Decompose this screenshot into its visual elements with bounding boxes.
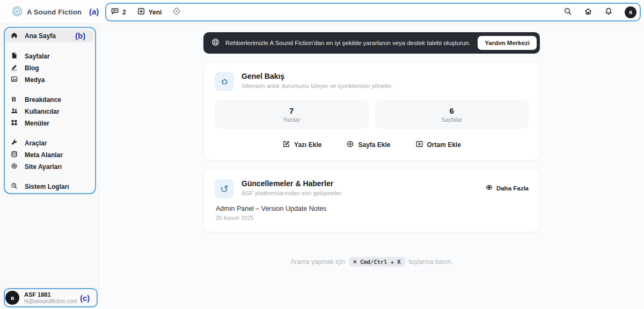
- topbar: A Sound Fiction 2 Ye: [0, 0, 644, 24]
- pencil-icon: [11, 64, 18, 72]
- sidebar-item-label: Medya: [25, 76, 45, 84]
- sidebar-item-label: Site Ayarları: [25, 163, 62, 171]
- keyboard-shortcut-badge: ⌘ Cmd/Ctrl + K: [349, 257, 405, 267]
- sidebar-item-label: Kullanıcılar: [25, 108, 60, 115]
- sidebar-item-label: Meta Alanlar: [25, 151, 63, 159]
- sidebar-item-label: Sayfalar: [25, 53, 50, 60]
- lifebuoy-icon: [211, 38, 220, 49]
- sidebar-item-breakdance[interactable]: B Breakdance: [0, 94, 99, 106]
- stat-posts-label: Yazılar: [283, 116, 300, 123]
- users-icon: [11, 107, 18, 116]
- search-hint-prefix: Arama yapmak için: [290, 258, 345, 266]
- comment-icon: [111, 7, 119, 18]
- overview-card: Genel Bakış Sitenizin anlık durumunu izl…: [203, 62, 540, 161]
- help-banner: Rehberlerimizle A Sound Fiction'dan en i…: [203, 32, 540, 54]
- add-media-button[interactable]: Ortam Ekle: [415, 140, 461, 150]
- logs-icon: [11, 182, 18, 191]
- add-post-label: Yazı Ekle: [294, 141, 321, 149]
- refresh-icon: ↺: [215, 179, 234, 198]
- update-title: Admin Panel – Version Update Notes: [216, 205, 529, 212]
- image-plus-icon: [415, 140, 423, 150]
- new-content-button[interactable]: Yeni: [137, 7, 162, 18]
- updates-subtitle: ASF platformlarından son gelişmeler.: [241, 190, 343, 196]
- updates-card: ↺ Güncellemeler & Haberler ASF platforml…: [203, 169, 540, 232]
- new-content-label: Yeni: [149, 9, 162, 16]
- grid-icon: [11, 119, 18, 128]
- sidebar-item-sayfalar[interactable]: Sayfalar: [0, 50, 99, 62]
- plus-circle-icon: [346, 140, 354, 150]
- breakdance-icon: B: [11, 95, 18, 104]
- update-date: 26 Kasım 2025: [216, 215, 529, 221]
- user-email: hi@asoundfiction.com: [24, 298, 77, 304]
- overview-subtitle: Sitenizin anlık durumunu izleyin ve içer…: [241, 83, 393, 89]
- notifications-bell-icon[interactable]: [604, 7, 613, 18]
- help-banner-text: Rehberlerimizle A Sound Fiction'dan en i…: [225, 40, 472, 46]
- main-area: Rehberlerimizle A Sound Fiction'dan en i…: [99, 24, 644, 309]
- help-center-button[interactable]: Yardım Merkezi: [478, 36, 537, 50]
- sidebar-item-label: Blog: [25, 64, 39, 72]
- topbar-tools-left: 2 Yeni: [111, 0, 181, 24]
- sidebar-item-label: Araçlar: [25, 139, 47, 147]
- sidebar-item-sistem-loglari[interactable]: Sistem Logları: [0, 181, 99, 193]
- user-avatar[interactable]: a: [625, 6, 636, 18]
- wrench-icon: [11, 139, 18, 148]
- sidebar-item-blog[interactable]: Blog: [0, 62, 99, 74]
- user-avatar: a: [5, 291, 19, 305]
- stat-pages[interactable]: 6 Sayfalar: [375, 100, 529, 129]
- stat-pages-value: 6: [450, 106, 454, 115]
- sidebar-item-meta-alanlar[interactable]: Meta Alanlar: [0, 149, 99, 161]
- stat-posts[interactable]: 7 Yazılar: [215, 100, 369, 129]
- sidebar-item-ana-sayfa[interactable]: Ana Sayfa: [5, 30, 93, 42]
- gear-icon: [11, 163, 18, 171]
- brand-logo-icon: [12, 6, 23, 19]
- stat-posts-value: 7: [289, 106, 294, 115]
- comments-count: 2: [122, 9, 126, 16]
- new-page-icon: [137, 7, 145, 18]
- breakdance-diamond-icon: [172, 7, 181, 18]
- overview-title: Genel Bakış: [241, 72, 393, 80]
- home-icon: [11, 32, 18, 40]
- sidebar-item-kullanicilar[interactable]: Kullanıcılar: [0, 106, 99, 117]
- sidebar-item-araclar[interactable]: Araçlar: [0, 137, 99, 149]
- meta-fields-icon: [11, 151, 18, 159]
- brand-name: A Sound Fiction: [27, 8, 82, 16]
- breakdance-builder-button[interactable]: [172, 7, 181, 18]
- add-page-label: Sayfa Ekle: [358, 141, 390, 149]
- sidebar-item-medya[interactable]: Medya: [0, 74, 99, 86]
- image-icon: [11, 76, 18, 84]
- updates-title: Güncellemeler & Haberler: [241, 179, 343, 188]
- add-post-button[interactable]: Yazı Ekle: [282, 140, 321, 150]
- stat-pages-label: Sayfalar: [441, 116, 462, 123]
- overview-actions: Yazı Ekle Sayfa Ekle: [215, 140, 529, 150]
- svg-text:B: B: [12, 96, 16, 102]
- sidebar-item-label: Ana Sayfa: [25, 32, 56, 40]
- sidebar-item-label: Sistem Logları: [25, 183, 69, 190]
- overview-stats: 7 Yazılar 6 Sayfalar: [215, 100, 529, 129]
- more-updates-button[interactable]: Daha Fazla: [485, 183, 529, 193]
- sidebar-item-label: Breakdance: [25, 96, 61, 104]
- home-icon[interactable]: [584, 7, 592, 18]
- add-page-button[interactable]: Sayfa Ekle: [346, 140, 390, 150]
- update-list-item[interactable]: Admin Panel – Version Update Notes 26 Ka…: [215, 205, 529, 221]
- sidebar: Ana Sayfa Sayfalar Blog Medya: [0, 24, 99, 309]
- sidebar-item-label: Menüler: [25, 120, 49, 127]
- brand[interactable]: A Sound Fiction: [12, 0, 82, 24]
- sidebar-item-site-ayarlari[interactable]: Site Ayarları: [0, 161, 99, 173]
- sidebar-user-card[interactable]: a ASF 1881 hi@asoundfiction.com: [5, 291, 77, 305]
- eye-icon: [485, 183, 493, 193]
- topbar-tools-right: a: [564, 0, 636, 24]
- search-hint-suffix: tuşlarına basın.: [409, 258, 453, 266]
- pages-icon: [11, 52, 18, 61]
- search-hint: Arama yapmak için ⌘ Cmd/Ctrl + K tuşları…: [203, 257, 540, 267]
- search-icon[interactable]: [564, 7, 572, 18]
- comments-shortcut[interactable]: 2: [111, 7, 126, 18]
- app-window: A Sound Fiction 2 Ye: [0, 0, 644, 309]
- user-name: ASF 1881: [24, 291, 77, 298]
- add-media-label: Ortam Ekle: [427, 141, 461, 149]
- more-updates-label: Daha Fazla: [496, 185, 529, 192]
- overview-home-icon: [215, 72, 234, 91]
- edit-square-icon: [282, 140, 290, 150]
- sidebar-item-menuler[interactable]: Menüler: [0, 117, 99, 129]
